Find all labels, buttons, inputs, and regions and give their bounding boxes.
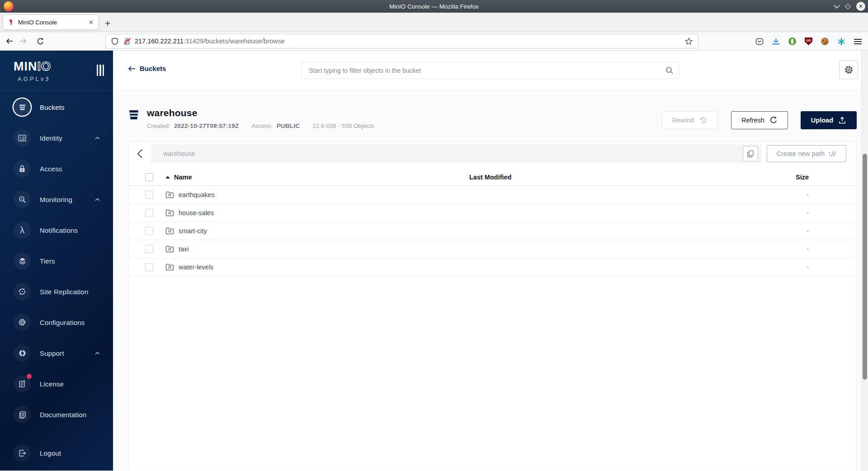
window-maximize-button[interactable] (845, 4, 851, 9)
browser-navbar: 217.160.222.211:31429/buckets/warehouse/… (0, 32, 868, 51)
sidebar-item-support[interactable]: Support (0, 338, 113, 368)
lock-icon (19, 165, 25, 173)
extension-asterisk-icon[interactable] (837, 38, 845, 46)
sidebar-item-documentation[interactable]: Documentation (0, 399, 113, 430)
object-size: - (766, 209, 856, 216)
refresh-button[interactable]: Refresh (731, 111, 788, 129)
row-checkbox[interactable] (145, 227, 153, 235)
row-checkbox[interactable] (145, 209, 153, 217)
bookmark-star-icon[interactable] (685, 38, 693, 45)
downloads-icon[interactable] (772, 38, 780, 46)
row-checkbox[interactable] (145, 263, 153, 271)
gear-icon (844, 65, 854, 75)
gear-icon (18, 318, 26, 326)
search-input[interactable] (302, 62, 679, 79)
rewind-button[interactable]: Rewind (662, 111, 717, 129)
cookie-extension-icon[interactable] (821, 38, 829, 45)
menu-hamburger-icon[interactable] (854, 39, 862, 44)
window-minimize-button[interactable] (834, 2, 840, 9)
minio-favicon-icon (8, 19, 14, 26)
table-row[interactable]: earthquakes - (128, 186, 856, 204)
shield-icon[interactable] (111, 38, 118, 45)
table-row[interactable]: taxi - (128, 240, 856, 258)
sidebar-item-monitoring[interactable]: Monitoring (0, 184, 113, 215)
logout-icon (19, 449, 26, 457)
object-name[interactable]: smart-city (179, 227, 207, 235)
support-icon (19, 349, 26, 357)
current-path: warehouse (163, 150, 743, 157)
page-scrollbar[interactable] (861, 51, 868, 471)
scrollbar-thumb[interactable] (863, 154, 867, 380)
url-text: 217.160.222.211:31429/buckets/warehouse/… (135, 38, 685, 45)
license-alert-badge (27, 374, 32, 379)
copy-path-button[interactable] (743, 146, 758, 161)
ublock-origin-icon[interactable]: UO (805, 38, 812, 45)
sidebar: MINIO AGPLv3 Buckets Identity Access (0, 51, 113, 471)
license-tag: AGPLv3 (18, 75, 113, 82)
select-all-checkbox[interactable] (145, 173, 153, 181)
object-name[interactable]: house-sales (179, 209, 214, 217)
table-header-row: Name Last Modified Size (128, 169, 856, 186)
back-arrow-icon (128, 66, 136, 72)
bucket-icon (19, 104, 26, 111)
access-value: PUBLIC (277, 122, 300, 129)
access-label: Access: (251, 122, 273, 129)
bucket-icon (128, 109, 140, 121)
upload-icon (838, 116, 846, 124)
sidebar-item-configurations[interactable]: Configurations (0, 307, 113, 338)
sidebar-item-access[interactable]: Access (0, 153, 113, 184)
current-path-strip: warehouse (151, 144, 761, 163)
url-host: 217.160.222.211 (135, 38, 184, 45)
created-label: Created: (147, 122, 170, 129)
sidebar-item-site-replication[interactable]: Site Replication (0, 276, 113, 307)
bucket-header: warehouse Created: 2022-10-27T09:57:19Z … (128, 108, 857, 129)
chevron-up-icon (95, 352, 100, 355)
window-close-button[interactable]: ✕ (856, 2, 865, 11)
screen: MinIO Console — Mozilla Firefox ✕ MinIO … (0, 0, 868, 471)
folder-icon (165, 245, 174, 253)
sidebar-item-license[interactable]: License (0, 368, 113, 399)
object-filter-search (302, 62, 679, 79)
row-checkbox[interactable] (145, 191, 153, 199)
forward-icon[interactable] (16, 38, 30, 45)
object-name[interactable]: earthquakes (179, 191, 215, 198)
pocket-icon[interactable] (755, 38, 764, 46)
insecure-lock-icon[interactable] (124, 38, 130, 45)
create-new-path-button[interactable]: Create new path (767, 145, 846, 162)
table-row[interactable]: water-levels - (128, 258, 856, 276)
new-path-icon (829, 151, 836, 157)
sidebar-item-buckets[interactable]: Buckets (0, 92, 113, 122)
created-value: 2022-10-27T09:57:19Z (174, 122, 239, 129)
reload-icon[interactable] (33, 38, 47, 45)
object-size: - (766, 227, 856, 234)
path-back-button[interactable] (128, 144, 151, 163)
browser-tabbar: MinIO Console ✕ + (0, 13, 868, 32)
row-checkbox[interactable] (145, 245, 153, 253)
back-to-buckets-link[interactable]: Buckets (128, 65, 166, 72)
table-row[interactable]: smart-city - (128, 222, 856, 240)
url-bar[interactable]: 217.160.222.211:31429/buckets/warehouse/… (105, 34, 698, 48)
object-name[interactable]: water-levels (179, 264, 213, 271)
column-header-name[interactable]: Name (165, 174, 469, 181)
sidebar-item-tiers[interactable]: Tiers (0, 245, 113, 276)
settings-gear-button[interactable] (839, 60, 858, 79)
page-header: Buckets (113, 51, 868, 90)
search-icon (665, 66, 674, 75)
upload-button[interactable]: Upload (801, 111, 857, 129)
new-tab-button[interactable]: + (105, 19, 110, 28)
back-link-label: Buckets (140, 65, 166, 72)
browser-tab[interactable]: MinIO Console ✕ (3, 14, 99, 30)
back-icon[interactable] (3, 38, 16, 45)
tab-close-icon[interactable]: ✕ (88, 19, 94, 26)
object-name[interactable]: taxi (179, 245, 189, 253)
main-content: Buckets warehouse (113, 51, 868, 471)
sidebar-item-identity[interactable]: Identity (0, 122, 113, 153)
replication-icon (18, 287, 26, 296)
window-title: MinIO Console — Mozilla Firefox (389, 3, 478, 10)
privacy-badger-icon[interactable] (788, 38, 796, 45)
sidebar-item-logout[interactable]: Logout (0, 438, 113, 468)
sidebar-item-notifications[interactable]: λ Notifications (0, 215, 113, 245)
sidebar-collapse-icon[interactable] (97, 65, 104, 76)
table-row[interactable]: house-sales - (128, 204, 856, 222)
bucket-actions: Rewind Refresh Upload (662, 111, 857, 129)
